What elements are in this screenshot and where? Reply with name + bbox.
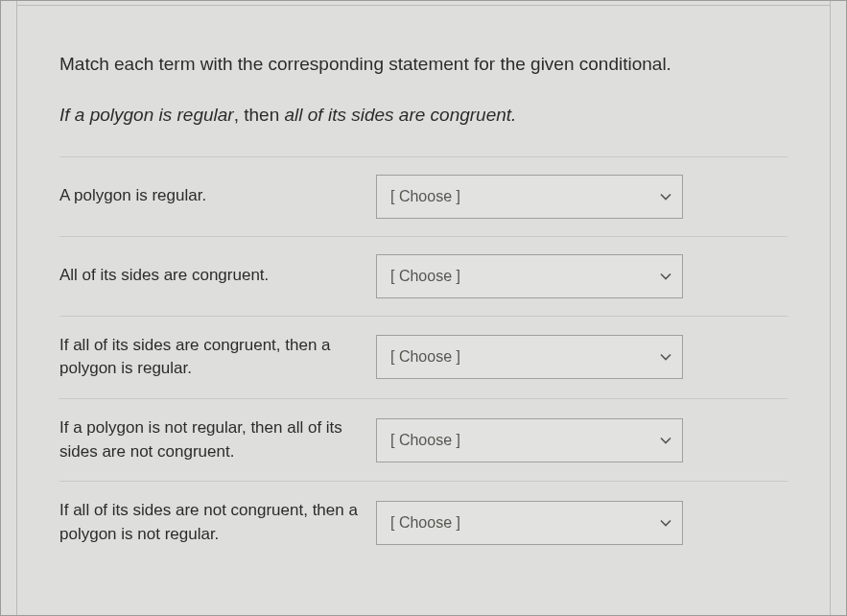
conditional-comma: , xyxy=(234,105,245,125)
conditional-conclusion: all of its sides are congruent. xyxy=(285,105,517,125)
answer-select[interactable]: [ Choose ] xyxy=(376,501,683,545)
question-inner: Match each term with the corresponding s… xyxy=(16,1,831,615)
match-row: If all of its sides are not congruent, t… xyxy=(59,481,788,563)
match-row: If all of its sides are congruent, then … xyxy=(59,316,788,398)
match-list: A polygon is regular. [ Choose ] All of … xyxy=(17,156,830,564)
match-prompt: If all of its sides are congruent, then … xyxy=(59,334,376,381)
select-placeholder: [ Choose ] xyxy=(390,514,460,532)
match-row: A polygon is regular. [ Choose ] xyxy=(59,156,788,236)
answer-select[interactable]: [ Choose ] xyxy=(376,335,683,379)
select-wrap: [ Choose ] xyxy=(376,175,683,219)
match-prompt: All of its sides are congruent. xyxy=(59,264,376,288)
select-wrap: [ Choose ] xyxy=(376,254,683,298)
chevron-down-icon xyxy=(660,517,671,529)
match-prompt: If all of its sides are not congruent, t… xyxy=(59,499,376,546)
conditional-hypothesis: If a polygon is regular xyxy=(59,105,234,125)
select-placeholder: [ Choose ] xyxy=(390,432,460,449)
match-prompt: If a polygon is not regular, then all of… xyxy=(59,416,376,463)
answer-select[interactable]: [ Choose ] xyxy=(376,418,683,462)
chevron-down-icon xyxy=(660,271,671,282)
chevron-down-icon xyxy=(660,191,671,202)
select-placeholder: [ Choose ] xyxy=(390,268,460,285)
match-row: All of its sides are congruent. [ Choose… xyxy=(59,236,788,316)
select-placeholder: [ Choose ] xyxy=(390,348,460,366)
question-card: Match each term with the corresponding s… xyxy=(0,0,847,616)
select-wrap: [ Choose ] xyxy=(376,418,683,462)
chevron-down-icon xyxy=(660,435,671,446)
select-placeholder: [ Choose ] xyxy=(390,188,460,205)
answer-select[interactable]: [ Choose ] xyxy=(376,254,683,298)
select-wrap: [ Choose ] xyxy=(376,501,683,545)
select-wrap: [ Choose ] xyxy=(376,335,683,379)
match-row: If a polygon is not regular, then all of… xyxy=(59,398,788,481)
instructions-text: Match each term with the corresponding s… xyxy=(17,6,830,105)
match-prompt: A polygon is regular. xyxy=(59,184,376,208)
answer-select[interactable]: [ Choose ] xyxy=(376,175,683,219)
chevron-down-icon xyxy=(660,351,671,363)
conditional-then: then xyxy=(244,105,284,125)
conditional-statement: If a polygon is regular, then all of its… xyxy=(17,105,830,147)
